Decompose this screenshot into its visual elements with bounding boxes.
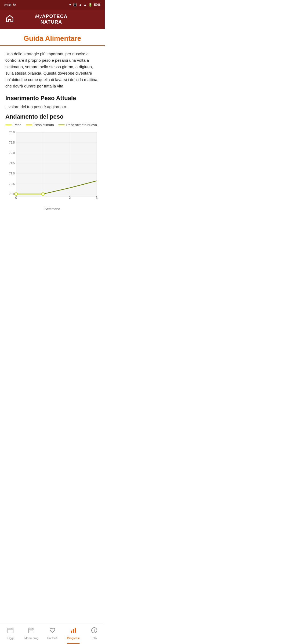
wifi-icon: ▲ <box>79 3 82 7</box>
status-time-area: 3:08 ↻ <box>4 3 16 7</box>
svg-text:70.0: 70.0 <box>9 192 15 196</box>
dot-peso-1 <box>42 193 44 195</box>
section-subtitle-inserimento: Il valore del tuo peso è aggiornato. <box>5 104 99 109</box>
main-content: Una delle strategie più importanti per r… <box>0 46 105 218</box>
status-time: 3:08 <box>4 3 11 7</box>
legend-line-stimato <box>26 125 32 125</box>
app-header: MyAPOTECANATURA <box>0 10 105 29</box>
legend-peso: Peso <box>5 123 21 127</box>
status-bar: 3:08 ↻ ✦ 📳 ▲ ▲ 🔋 59% <box>0 0 105 10</box>
svg-text:71.5: 71.5 <box>9 162 15 165</box>
chart-area: 73.0 72.5 72.0 71.5 71.0 70.5 70.0 <box>5 130 99 206</box>
page-title-section: Guida Alimentare <box>0 29 105 46</box>
svg-text:71.0: 71.0 <box>9 172 15 175</box>
section-title-inserimento: Inserimento Peso Attuale <box>5 95 99 102</box>
chart-svg: 73.0 72.5 72.0 71.5 71.0 70.5 70.0 <box>5 130 99 205</box>
refresh-icon: ↻ <box>13 3 16 7</box>
legend-line-peso <box>5 125 12 125</box>
legend-label-peso: Peso <box>13 123 21 127</box>
svg-text:70.5: 70.5 <box>9 182 15 185</box>
chart-x-label: Settimana <box>5 207 99 211</box>
bluetooth-icon: ✦ <box>69 3 71 7</box>
home-icon[interactable] <box>5 14 14 25</box>
svg-text:0: 0 <box>15 196 17 200</box>
legend-label-stimato: Peso stimato <box>34 123 54 127</box>
chart-legend: Peso Peso stimato Peso stimato nuovo <box>5 123 99 127</box>
legend-label-nuovo: Peso stimato nuovo <box>66 123 97 127</box>
dot-peso-0 <box>15 193 17 195</box>
vibrate-icon: 📳 <box>73 3 77 7</box>
intro-text: Una delle strategie più importanti per r… <box>5 51 99 89</box>
app-logo: MyAPOTECANATURA <box>14 14 89 25</box>
svg-text:2: 2 <box>69 196 71 200</box>
weight-chart-container: Peso Peso stimato Peso stimato nuovo 73.… <box>5 123 99 214</box>
page-title: Guida Alimentare <box>5 34 99 43</box>
svg-rect-0 <box>16 132 97 197</box>
svg-text:73.0: 73.0 <box>9 131 15 134</box>
legend-line-nuovo <box>58 125 65 125</box>
svg-text:72.5: 72.5 <box>9 141 15 144</box>
svg-text:72.0: 72.0 <box>9 151 15 155</box>
legend-peso-stimato: Peso stimato <box>26 123 54 127</box>
svg-text:3: 3 <box>96 196 98 200</box>
section-title-andamento: Andamento del peso <box>5 113 99 120</box>
legend-peso-stimato-nuovo: Peso stimato nuovo <box>58 123 97 127</box>
battery-level: 59% <box>94 3 100 7</box>
battery-icon: 🔋 <box>88 3 92 7</box>
status-icons: ✦ 📳 ▲ ▲ 🔋 59% <box>69 3 100 7</box>
signal-icon: ▲ <box>84 3 87 7</box>
